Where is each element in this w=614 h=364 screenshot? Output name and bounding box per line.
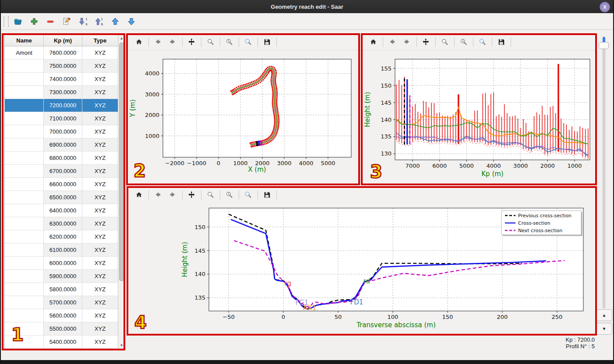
table-row[interactable]: 6400.0000XYZ: [5, 204, 125, 217]
table-row[interactable]: 7400.0000XYZ: [5, 73, 125, 86]
zoom-region-button[interactable]: [242, 35, 255, 49]
profile-slider-thumb[interactable]: [599, 42, 609, 49]
zoom-region-icon: [479, 37, 487, 47]
svg-text:2000: 2000: [540, 163, 555, 169]
svg-text:−1000: −1000: [187, 160, 206, 166]
pan-button[interactable]: [420, 35, 433, 49]
zoom-icon: [207, 190, 215, 200]
table-row[interactable]: 7100.0000XYZ: [5, 112, 125, 125]
svg-text:0: 0: [282, 314, 285, 320]
home-button[interactable]: [133, 188, 146, 201]
cross-section-plot[interactable]: rgFG1AX1FD1rd−50050100150200250135140145…: [127, 202, 596, 336]
plan-view-plot[interactable]: −2000−1000010002000300040005000100020003…: [128, 50, 359, 186]
toolbar-separator: [383, 37, 383, 47]
column-header-kp-m[interactable]: Kp (m): [44, 35, 82, 46]
table-row[interactable]: 5300.0000XYZ: [5, 349, 125, 350]
zoom-one-button[interactable]: 1: [223, 35, 236, 49]
cell-type: XYZ: [82, 309, 118, 322]
table-row[interactable]: 5700.0000XYZ: [5, 296, 125, 309]
open-folder-button[interactable]: [11, 15, 25, 28]
cell-kp: 6000.0000: [44, 257, 82, 270]
cell-name: [5, 349, 44, 350]
forward-button[interactable]: [166, 35, 180, 49]
svg-text:2000: 2000: [145, 112, 159, 118]
table-row[interactable]: 7500.0000XYZ: [5, 60, 125, 73]
back-button[interactable]: [152, 188, 165, 201]
profile-up-button[interactable]: ▲: [596, 309, 612, 321]
home-button[interactable]: [367, 35, 380, 49]
scroll-down-icon[interactable]: ▼: [118, 342, 125, 349]
zoom-one-button[interactable]: 1: [223, 188, 236, 201]
column-header-type[interactable]: Type: [82, 35, 118, 46]
cell-type: XYZ: [82, 191, 118, 204]
close-button[interactable]: X: [600, 2, 610, 12]
table-row[interactable]: 6500.0000XYZ: [5, 191, 125, 204]
svg-text:1000: 1000: [145, 133, 159, 139]
remove-profile-button[interactable]: [43, 15, 57, 28]
table-row[interactable]: 5400.0000XYZ: [5, 336, 125, 349]
cell-type: XYZ: [82, 125, 118, 138]
svg-text:4000: 4000: [486, 163, 501, 169]
table-row[interactable]: 5600.0000XYZ: [5, 309, 125, 322]
table-row[interactable]: 6900.0000XYZ: [5, 138, 125, 152]
table-row[interactable]: 6600.0000XYZ: [5, 178, 125, 191]
table-row[interactable]: 5800.0000XYZ: [5, 283, 125, 296]
profile-plot-toolbar: 1: [362, 34, 596, 50]
pan-button[interactable]: [185, 188, 198, 201]
table-row[interactable]: 7300.0000XYZ: [5, 86, 125, 99]
table-row[interactable]: 5900.0000XYZ: [5, 270, 125, 283]
zoom-region-icon: [244, 37, 252, 47]
table-row[interactable]: Amont7600.0000XYZ: [5, 46, 125, 60]
table-row[interactable]: 6100.0000XYZ: [5, 244, 125, 257]
edit-profile-button[interactable]: [60, 15, 74, 28]
table-scrollbar[interactable]: ▲ ▼: [118, 35, 125, 349]
scroll-up-icon[interactable]: ▲: [118, 35, 125, 42]
cell-name: [5, 283, 44, 296]
legend-label-1: Previous cross-section: [518, 213, 572, 219]
save-button[interactable]: [261, 188, 274, 201]
zoom-region-button[interactable]: [476, 35, 489, 49]
table-scrollbar-thumb[interactable]: [119, 42, 124, 281]
table-row[interactable]: 6000.0000XYZ: [5, 257, 125, 270]
svg-text:150: 150: [381, 82, 392, 89]
save-button[interactable]: [495, 35, 508, 49]
save-button[interactable]: [261, 35, 274, 49]
forward-icon: [169, 190, 177, 200]
profile-slider-groove[interactable]: [603, 37, 605, 308]
table-row[interactable]: 6800.0000XYZ: [5, 152, 125, 165]
zoom-button[interactable]: [204, 188, 217, 201]
table-row[interactable]: 5500.0000XYZ: [5, 322, 125, 336]
toolbar-separator: [148, 37, 149, 47]
back-button[interactable]: [386, 35, 399, 49]
toolbar-grip-handle[interactable]: [4, 16, 9, 27]
zoom-region-button[interactable]: [242, 188, 255, 201]
zoom-one-button[interactable]: 1: [457, 35, 470, 49]
profile-plot[interactable]: 7000600050004000300020001000130135140145…: [362, 50, 596, 186]
zoom-region-icon: [244, 190, 252, 200]
sort-ascending-button[interactable]: 19: [92, 15, 106, 28]
move-up-button[interactable]: [108, 15, 122, 28]
svg-text:140: 140: [381, 117, 392, 123]
titlebar[interactable]: Geometry reach edit - Saar X: [1, 0, 613, 13]
home-button[interactable]: [133, 35, 146, 49]
profile-down-button[interactable]: ▼: [596, 323, 612, 335]
plan-view-panel: 1 −2000−10000100020003000400050001000200…: [127, 34, 359, 184]
back-button[interactable]: [152, 35, 165, 49]
move-down-button[interactable]: [124, 15, 138, 28]
table-row-selected[interactable]: 7200.0000XYZ: [5, 99, 125, 112]
table-row[interactable]: 6300.0000XYZ: [5, 217, 125, 230]
table-row[interactable]: 7000.0000XYZ: [5, 125, 125, 138]
forward-button[interactable]: [166, 188, 180, 201]
zoom-button[interactable]: [204, 35, 217, 49]
column-header-name[interactable]: Name: [5, 35, 44, 46]
pan-button[interactable]: [185, 35, 198, 49]
zoom-button[interactable]: [438, 35, 452, 49]
add-profile-button[interactable]: [27, 15, 41, 28]
sort-descending-button[interactable]: 19: [76, 15, 90, 28]
table-row[interactable]: 6700.0000XYZ: [5, 165, 125, 178]
cell-name: [5, 230, 44, 244]
table-row[interactable]: 6200.0000XYZ: [5, 230, 125, 244]
cell-kp: 7000.0000: [44, 125, 82, 138]
forward-button[interactable]: [401, 35, 414, 49]
pan-icon: [188, 37, 196, 47]
